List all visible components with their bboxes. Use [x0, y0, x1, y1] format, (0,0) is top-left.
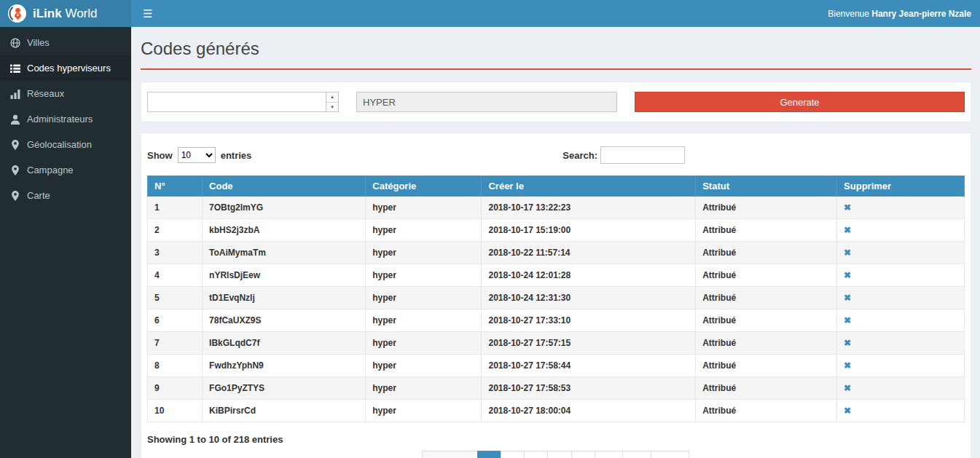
code-cell: KiBPirsrCd: [203, 400, 366, 422]
quantity-stepper[interactable]: ▴ ▾: [147, 92, 339, 112]
status-cell: Attribué: [696, 377, 837, 400]
sidebar-item-campagne[interactable]: Campagne: [0, 157, 131, 183]
sidebar-item-label: Carte: [27, 190, 50, 201]
header-category[interactable]: Catégorie: [366, 176, 482, 197]
navbar: ☰ Bienvenue Hanry Jean-pierre Nzale: [131, 0, 980, 27]
created-cell: 2018-10-27 18:00:04: [482, 400, 696, 422]
delete-icon[interactable]: ✖: [844, 360, 851, 371]
header-num[interactable]: N°: [148, 176, 203, 197]
num-cell: 7: [148, 332, 203, 355]
delete-icon[interactable]: ✖: [844, 248, 851, 258]
category-cell: hyper: [366, 355, 482, 377]
created-cell: 2018-10-27 17:33:10: [482, 309, 696, 332]
pagination-page-5[interactable]: 5: [571, 451, 595, 458]
header-created[interactable]: Créer le: [482, 176, 696, 197]
brand[interactable]: iLink World: [0, 0, 131, 27]
status-cell: Attribué: [696, 400, 837, 422]
delete-icon[interactable]: ✖: [844, 315, 851, 325]
created-cell: 2018-10-24 12:31:30: [482, 287, 696, 309]
status-cell: Attribué: [696, 355, 837, 377]
table-row: 2kbHS2j3zbAhyper2018-10-17 15:19:00Attri…: [148, 219, 965, 242]
list-icon: [10, 63, 20, 74]
created-cell: 2018-10-27 17:58:44: [482, 355, 696, 377]
spinner-down-icon[interactable]: ▾: [326, 103, 338, 112]
pagination-page-1[interactable]: 1: [477, 451, 501, 458]
table-header-row: N° Code Catégorie Créer le Statut Suppri…: [148, 176, 965, 197]
sidebar-item-codes-hyperviseurs[interactable]: Codes hyperviseurs: [0, 55, 131, 81]
delete-cell: ✖: [837, 242, 965, 264]
codes-table: N° Code Catégorie Créer le Statut Suppri…: [147, 175, 965, 422]
entries-label: entries: [221, 150, 252, 161]
num-cell: 1: [148, 197, 203, 219]
title-divider: [141, 68, 971, 70]
sidebar-item-label: Villes: [27, 37, 50, 48]
pagination-next[interactable]: Next: [651, 451, 689, 458]
pagination-page-3[interactable]: 3: [524, 451, 548, 458]
sidebar-item-label: Administrateurs: [27, 114, 93, 125]
code-cell: ToAiMymaTm: [203, 242, 366, 264]
category-cell: hyper: [366, 197, 482, 219]
header-code[interactable]: Code: [203, 176, 366, 197]
sidebar-item-reseaux[interactable]: Réseaux: [0, 81, 131, 106]
delete-icon[interactable]: ✖: [844, 202, 851, 213]
search-input[interactable]: [600, 146, 685, 164]
header-status[interactable]: Statut: [696, 176, 837, 197]
codes-table-panel: Show 10 entries Search: N° Code Catégori…: [141, 133, 971, 458]
status-cell: Attribué: [696, 242, 837, 264]
num-cell: 3: [148, 242, 203, 264]
delete-cell: ✖: [837, 377, 965, 400]
delete-icon[interactable]: ✖: [844, 270, 851, 280]
table-row: 10KiBPirsrCdhyper2018-10-27 18:00:04Attr…: [148, 400, 965, 422]
delete-icon[interactable]: ✖: [844, 225, 851, 235]
table-row: 8FwdhzYphN9hyper2018-10-27 17:58:44Attri…: [148, 355, 965, 377]
globe-icon: [10, 38, 20, 48]
delete-cell: ✖: [837, 197, 965, 219]
created-cell: 2018-10-27 17:58:53: [482, 377, 696, 400]
category-field[interactable]: [356, 92, 617, 112]
page-length-select[interactable]: 10: [178, 147, 216, 163]
status-cell: Attribué: [696, 332, 837, 355]
sidebar-item-administrateurs[interactable]: Administrateurs: [0, 106, 131, 132]
category-cell: hyper: [366, 264, 482, 287]
created-cell: 2018-10-17 15:19:00: [482, 219, 696, 242]
delete-icon[interactable]: ✖: [844, 406, 851, 416]
status-cell: Attribué: [696, 287, 837, 309]
code-cell: IBkGLqdC7f: [203, 332, 366, 355]
delete-cell: ✖: [837, 355, 965, 377]
code-cell: 7OBtg2lmYG: [203, 197, 366, 219]
sidebar-item-label: Codes hyperviseurs: [27, 63, 111, 74]
map-marker-icon: [10, 191, 20, 201]
quantity-input[interactable]: [148, 92, 326, 111]
pagination-page-22[interactable]: 22: [622, 451, 651, 458]
spinner-buttons[interactable]: ▴ ▾: [326, 92, 338, 111]
status-cell: Attribué: [696, 197, 837, 219]
page-title: Codes générés: [141, 39, 971, 59]
sidebar-item-carte[interactable]: Carte: [0, 183, 131, 208]
table-row: 17OBtg2lmYGhyper2018-10-17 13:22:23Attri…: [148, 197, 965, 219]
code-cell: FwdhzYphN9: [203, 355, 366, 377]
delete-icon[interactable]: ✖: [844, 338, 851, 348]
pagination-page-2[interactable]: 2: [501, 451, 525, 458]
main-content: Codes générés ▴ ▾ Generate Show 10 entri…: [131, 27, 980, 458]
delete-icon[interactable]: ✖: [844, 293, 851, 303]
header-delete[interactable]: Supprimer: [837, 176, 965, 197]
status-cell: Attribué: [696, 309, 837, 332]
status-cell: Attribué: [696, 264, 837, 287]
spinner-up-icon[interactable]: ▴: [326, 92, 338, 103]
num-cell: 6: [148, 309, 203, 332]
table-summary: Showing 1 to 10 of 218 entries: [147, 434, 965, 445]
num-cell: 2: [148, 219, 203, 242]
table-row: 9FGo1PyZTYShyper2018-10-27 17:58:53Attri…: [148, 377, 965, 400]
sidebar-toggle-icon[interactable]: ☰: [131, 0, 164, 27]
pagination-page-4[interactable]: 4: [547, 451, 571, 458]
status-cell: Attribué: [696, 219, 837, 242]
generate-button[interactable]: Generate: [635, 92, 965, 112]
sidebar-item-villes[interactable]: Villes: [0, 30, 131, 55]
created-cell: 2018-10-17 13:22:23: [482, 197, 696, 219]
category-cell: hyper: [366, 400, 482, 422]
code-cell: FGo1PyZTYS: [203, 377, 366, 400]
user-icon: [10, 114, 20, 125]
delete-icon[interactable]: ✖: [844, 383, 851, 393]
topbar: iLink World ☰ Bienvenue Hanry Jean-pierr…: [0, 0, 980, 27]
sidebar-item-geolocalisation[interactable]: Géolocalisation: [0, 132, 131, 157]
